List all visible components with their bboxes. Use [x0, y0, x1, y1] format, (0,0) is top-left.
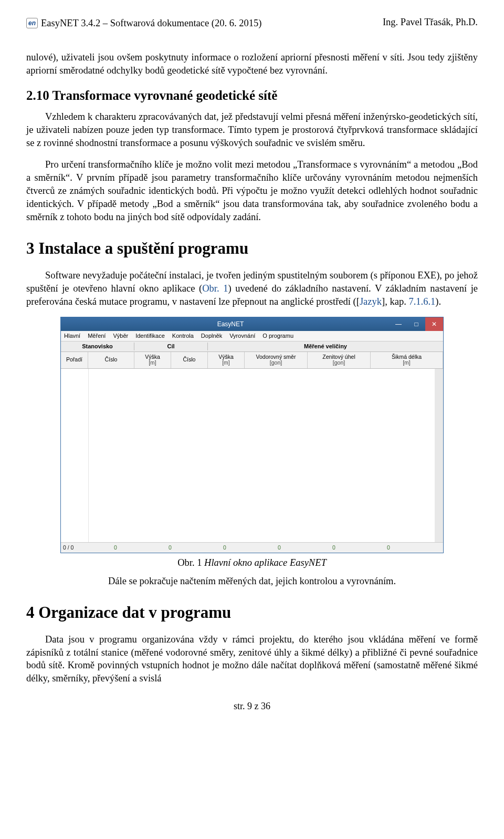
col-vyska-stan: Výška[m] — [134, 352, 171, 368]
status-cell-2: 0 — [143, 544, 197, 551]
statusbar: 0 / 0 0 0 0 0 0 0 — [61, 542, 443, 553]
menu-mereni[interactable]: Měření — [88, 332, 106, 340]
page-footer: str. 9 z 36 — [26, 700, 478, 712]
grid-column-header: Pořadí Číslo Výška[m] Číslo Výška[m] Vod… — [61, 352, 443, 369]
paragraph-3-part-d: ). — [435, 296, 441, 307]
menu-doplnek[interactable]: Doplněk — [201, 332, 222, 340]
grid-group-header: Stanovisko Cíl Měřené veličiny — [61, 341, 443, 352]
col-cislo-stan: Číslo — [88, 352, 134, 368]
status-cell-3: 0 — [197, 544, 252, 551]
menubar: Hlavní Měření Výběr Identifikace Kontrol… — [61, 331, 443, 341]
group-veliciny: Měřené veličiny — [208, 343, 443, 350]
window-title: EasyNET — [71, 320, 390, 328]
window-control-buttons: — □ ✕ — [390, 317, 443, 331]
paragraph-3: Software nevyžaduje počáteční instalaci,… — [26, 269, 478, 308]
col-poradi: Pořadí — [61, 352, 88, 368]
status-cell-6: 0 — [361, 544, 416, 551]
heading-2-10: 2.10 Transformace vyrovnané geodetické s… — [26, 87, 478, 105]
paragraph-continuation: nulové), uživateli jsou ovšem poskytnuty… — [26, 51, 478, 77]
menu-vyber[interactable]: Výběr — [113, 332, 128, 340]
grid-body-empty[interactable] — [61, 369, 443, 542]
group-stanovisko: Stanovisko — [61, 343, 134, 350]
heading-4: 4 Organizace dat v programu — [26, 602, 478, 624]
paragraph-2-10-a: Vzhledem k charakteru zpracovávaných dat… — [26, 110, 478, 150]
paragraph-after-figure: Dále se pokračuje načtením měřených dat,… — [26, 575, 478, 588]
link-jazyk[interactable]: Jazyk — [360, 296, 382, 307]
col-vodorovny-smer: Vodorovný směr[gon] — [245, 352, 308, 368]
embedded-app-window: EasyNET — □ ✕ Hlavní Měření Výběr Identi… — [60, 317, 444, 553]
group-cil: Cíl — [134, 343, 208, 350]
menu-vyrovnani[interactable]: Vyrovnání — [229, 332, 255, 340]
col-sikma-delka: Šikmá délka[m] — [371, 352, 443, 368]
window-titlebar: EasyNET — □ ✕ — [61, 317, 443, 331]
figure-caption-text: Hlavní okno aplikace EasyNET — [204, 557, 327, 568]
app-logo-icon: en — [26, 18, 38, 28]
menu-hlavni[interactable]: Hlavní — [64, 332, 80, 340]
menu-oprogramu[interactable]: O programu — [262, 332, 293, 340]
col-zenitovy-uhel: Zenitový úhel[gon] — [308, 352, 371, 368]
col-cislo-cil: Číslo — [171, 352, 208, 368]
status-cell-1: 0 — [88, 544, 143, 551]
close-button[interactable]: ✕ — [425, 317, 443, 331]
paragraph-3-part-c: ], kap. — [382, 296, 408, 307]
page-header: en EasyNET 3.4.2 – Softwarová dokumentac… — [26, 16, 478, 30]
figure-1-caption: Obr. 1 Hlavní okno aplikace EasyNET — [26, 556, 478, 569]
status-count: 0 / 0 — [61, 544, 88, 551]
header-left: en EasyNET 3.4.2 – Softwarová dokumentac… — [26, 17, 261, 30]
paragraph-4-text: Data jsou v programu organizována vždy v… — [26, 634, 478, 684]
status-cell-4: 0 — [252, 544, 307, 551]
minimize-button[interactable]: — — [390, 317, 407, 331]
paragraph-2-10-b: Pro určení transformačního klíče je možn… — [26, 158, 478, 224]
figure-caption-number: Obr. 1 — [177, 557, 204, 568]
col-vyska-cil: Výška[m] — [208, 352, 245, 368]
maximize-button[interactable]: □ — [407, 317, 425, 331]
paragraph-2-10-a-text: Vzhledem k charakteru zpracovávaných dat… — [26, 111, 478, 148]
link-fig1[interactable]: Obr. 1 — [202, 283, 228, 294]
paragraph-2-10-b-text: Pro určení transformačního klíče je možn… — [26, 159, 478, 222]
link-chapter-7161[interactable]: 7.1.6.1 — [408, 296, 435, 307]
status-cell-5: 0 — [307, 544, 361, 551]
menu-kontrola[interactable]: Kontrola — [172, 332, 194, 340]
heading-3: 3 Instalace a spuštění programu — [26, 237, 478, 260]
doc-title: EasyNET 3.4.2 – Softwarová dokumentace (… — [41, 17, 261, 30]
paragraph-4: Data jsou v programu organizována vždy v… — [26, 633, 478, 686]
menu-identifikace[interactable]: Identifikace — [135, 332, 165, 340]
doc-author: Ing. Pavel Třasák, Ph.D. — [383, 16, 478, 29]
